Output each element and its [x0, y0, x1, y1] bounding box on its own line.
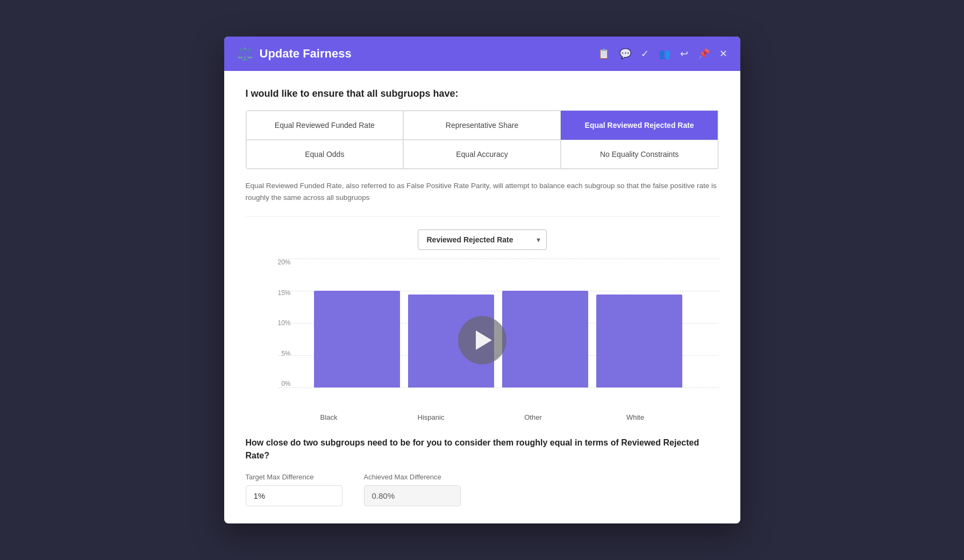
chart-section: Reviewed Rejected Rate Reviewed Funded R…: [246, 229, 719, 421]
bar-group-black: [314, 291, 400, 387]
modal-header: ⚖️ Update Fairness 📋 💬 ✓ 👥 ↩ 📌 ✕: [224, 37, 740, 71]
question-text: How close do two subgroups need to be fo…: [246, 436, 719, 462]
section-heading: I would like to ensure that all subgruop…: [246, 88, 719, 99]
achieved-input-group: Achieved Max Difference: [364, 473, 461, 506]
pin-icon[interactable]: 📌: [698, 48, 710, 60]
header-icons: 📋 💬 ✓ 👥 ↩ 📌 ✕: [598, 48, 727, 60]
x-label-other: Other: [482, 413, 584, 421]
grid-line-0: [278, 387, 719, 388]
close-icon[interactable]: ✕: [719, 48, 727, 60]
play-triangle-icon: [476, 331, 492, 350]
clipboard-icon[interactable]: 📋: [598, 48, 610, 60]
scales-icon: ⚖️: [237, 46, 253, 61]
x-labels: Black Hispanic Other White: [246, 409, 719, 421]
chat-icon[interactable]: 💬: [619, 48, 631, 60]
bar-group-other: [502, 291, 588, 387]
description-text: Equal Reviewed Funded Rate, also referre…: [246, 180, 719, 217]
question-section: How close do two subgroups need to be fo…: [246, 436, 719, 506]
option-representative-share[interactable]: Representative Share: [403, 111, 561, 140]
option-no-equality[interactable]: No Equality Constraints: [561, 140, 718, 169]
achieved-input: [364, 485, 461, 506]
option-equal-accuracy[interactable]: Equal Accuracy: [403, 140, 561, 169]
option-equal-reviewed-rejected[interactable]: Equal Reviewed Rejected Rate: [561, 111, 718, 140]
modal-title: Update Fairness: [260, 47, 352, 61]
inputs-row: Target Max Difference Achieved Max Diffe…: [246, 473, 719, 506]
achieved-label: Achieved Max Difference: [364, 473, 461, 481]
bar-other: [502, 291, 588, 387]
play-button[interactable]: [458, 316, 506, 364]
bar-white: [596, 295, 682, 387]
bar-group-white: [596, 295, 682, 387]
target-label: Target Max Difference: [246, 473, 342, 481]
options-grid: Equal Reviewed Funded Rate Representativ…: [246, 110, 719, 169]
history-icon[interactable]: ↩: [680, 48, 688, 60]
target-input-group: Target Max Difference: [246, 473, 342, 506]
modal-body: I would like to ensure that all subgruop…: [224, 71, 740, 523]
check-icon[interactable]: ✓: [641, 48, 649, 60]
user-group-icon[interactable]: 👥: [659, 48, 670, 60]
header-left: ⚖️ Update Fairness: [237, 46, 352, 61]
x-label-black: Black: [278, 413, 380, 421]
x-label-white: White: [584, 413, 687, 421]
dropdown-container: Reviewed Rejected Rate Reviewed Funded R…: [418, 229, 547, 250]
x-label-hispanic: Hispanic: [380, 413, 482, 421]
chart-wrapper: 20% 15% 10% 5% 0%: [246, 259, 719, 421]
metric-dropdown[interactable]: Reviewed Rejected Rate Reviewed Funded R…: [418, 229, 547, 250]
modal: ⚖️ Update Fairness 📋 💬 ✓ 👥 ↩ 📌 ✕ I would…: [224, 37, 740, 523]
option-equal-reviewed-funded[interactable]: Equal Reviewed Funded Rate: [246, 111, 404, 140]
target-input[interactable]: [246, 485, 342, 506]
bar-black: [314, 291, 400, 387]
option-equal-odds[interactable]: Equal Odds: [246, 140, 404, 169]
